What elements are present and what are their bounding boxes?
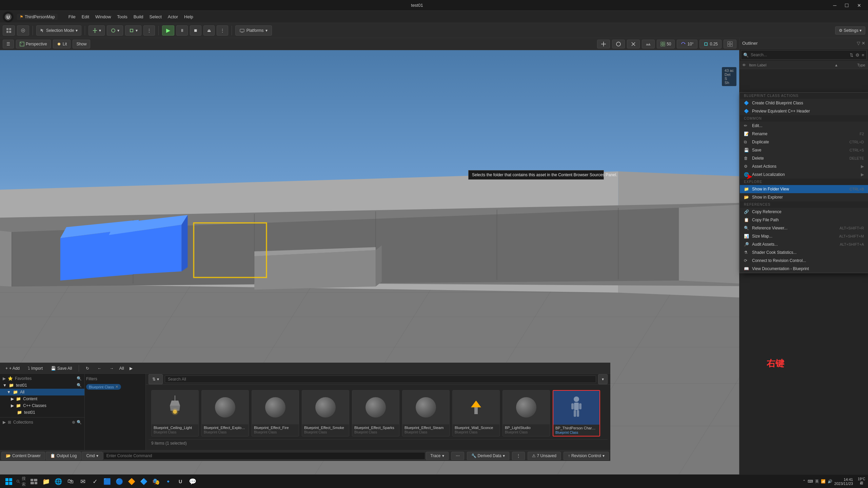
asset-item-smoke[interactable]: Blueprint_Effect_Smoke Blueprint Class [302, 390, 349, 436]
outliner-more-icon[interactable]: ≡ [862, 53, 864, 58]
asset-item-ceiling-light[interactable]: Blueprint_Ceiling_Light Blueprint Class [151, 390, 199, 436]
tray-lang-icon[interactable]: 英 [815, 479, 819, 484]
menu-tools[interactable]: Tools [114, 14, 130, 20]
tray-volume-icon[interactable]: 🔊 [828, 479, 832, 484]
output-log-tab[interactable]: 📋 Output Log [46, 452, 81, 460]
asset-item-fire[interactable]: Blueprint_Effect_Fire Blueprint Class [252, 390, 299, 436]
ctx-preview-cpp[interactable]: 🔷 Preview Equivalent C++ Header [740, 107, 868, 115]
add-collection-icon[interactable]: ⊕ [72, 420, 75, 425]
taskbar-task-view[interactable] [28, 476, 39, 487]
taskbar-app4[interactable]: 🔷 [138, 476, 149, 487]
platforms-button[interactable]: Platforms ▾ [235, 25, 272, 36]
test01-sub-item[interactable]: 📁 test01 [0, 409, 84, 416]
settings-button[interactable]: ⚙ Settings ▾ [835, 26, 865, 35]
taskbar-app5[interactable]: 🎭 [151, 476, 161, 487]
transform-rotate-button[interactable]: ▾ [107, 25, 123, 36]
ctx-save[interactable]: 💾 Save CTRL+S [740, 146, 868, 154]
ctx-copy-reference[interactable]: 🔗 Copy Reference [740, 208, 868, 216]
maximize-button[interactable]: ☐ [842, 2, 852, 9]
taskbar-ue5[interactable]: U [175, 476, 186, 487]
taskbar-app7[interactable]: 💬 [187, 476, 198, 487]
viewport-rotate-tool[interactable] [612, 40, 625, 48]
asset-item-light-studio[interactable]: BP_LightStudio Blueprint Class [502, 390, 550, 436]
favorites-section[interactable]: ▶ ⭐ Favorites 🔍 [0, 375, 84, 382]
add-button[interactable]: + + Add [3, 365, 22, 371]
save-all-button[interactable]: 💾 Save All [48, 365, 75, 371]
asset-item-explosion[interactable]: Blueprint_Effect_Explosion Blueprint Cla… [201, 390, 249, 436]
menu-help[interactable]: Help [181, 14, 196, 20]
menu-file[interactable]: File [66, 14, 78, 20]
unsaved-button[interactable]: ⚠ 7 Unsaved [528, 452, 561, 460]
blueprint-class-filter[interactable]: Blueprint Class ✕ [86, 384, 121, 390]
taskbar-mail[interactable]: ✉ [77, 476, 88, 487]
layout-more-button[interactable]: ⋮ [512, 452, 525, 460]
outliner-settings-icon[interactable]: ⚙ [855, 53, 860, 58]
asset-search-input[interactable] [165, 375, 596, 383]
project-search-icon[interactable]: 🔍 [77, 383, 82, 388]
show-button[interactable]: Show [73, 40, 90, 48]
viewport-menu-button[interactable]: ☰ [3, 40, 14, 48]
back-button[interactable]: ← [95, 365, 104, 371]
ctx-edit[interactable]: ✏ Edit... [740, 122, 868, 130]
content-item[interactable]: ▶ 📁 Content [0, 395, 84, 402]
path-expand-button[interactable]: ▶ [127, 365, 135, 371]
grid-snap-button[interactable]: 50 [657, 40, 675, 48]
ctx-asset-localization[interactable]: 🌐 Asset Localization ▶ [740, 170, 868, 179]
stop-button[interactable]: ⏹ [190, 25, 201, 36]
pause-button[interactable]: ⏸ [176, 25, 188, 36]
play-more-button[interactable]: ⋮ [217, 25, 228, 36]
trace-more-button[interactable]: ⋯ [451, 452, 464, 460]
sort-button[interactable]: ⇅ ▾ [149, 374, 163, 384]
remove-filter-icon[interactable]: ✕ [115, 385, 118, 389]
forward-button[interactable]: → [107, 365, 116, 371]
rotation-snap-button[interactable]: 10° [677, 40, 697, 48]
revision-control-button[interactable]: ↑ Revision Control ▾ [564, 452, 609, 460]
outliner-search-input[interactable] [751, 53, 848, 57]
taskbar-explorer[interactable]: 📁 [41, 476, 52, 487]
ctx-shader-cook[interactable]: ⚗ Shader Cook Statistics... [740, 248, 868, 257]
ctx-reference-viewer[interactable]: 🔍 Reference Viewer... ALT+SHIFT+R [740, 224, 868, 232]
import-button[interactable]: ⤵ Import [25, 365, 45, 371]
ue-logo[interactable]: U [3, 12, 14, 22]
menu-build[interactable]: Build [131, 14, 146, 20]
ctx-create-child[interactable]: 🔷 Create Child Blueprint Class [740, 99, 868, 107]
scale-snap-button[interactable]: 0.25 [699, 40, 722, 48]
ctx-audit-assets[interactable]: 🔎 Audit Assets... ALT+SHIFT+A [740, 240, 868, 248]
taskbar-app1[interactable]: 🟦 [102, 476, 113, 487]
menu-edit[interactable]: Edit [79, 14, 92, 20]
camera-button[interactable] [17, 25, 29, 36]
ctx-duplicate[interactable]: ⧉ Duplicate CTRL+D [740, 138, 868, 146]
ctx-show-explorer[interactable]: 📂 Show in Explorer [740, 193, 868, 201]
ctx-asset-actions[interactable]: ⚙ Asset Actions ▶ [740, 162, 868, 170]
refresh-button[interactable]: ↻ [83, 365, 92, 371]
viewport-surface-snapping[interactable] [642, 40, 655, 48]
minimize-button[interactable]: ─ [830, 2, 840, 9]
asset-item-third-person-character[interactable]: BP_ThirdPerson Character Blueprint Class [553, 390, 600, 436]
menu-select[interactable]: Select [147, 14, 164, 20]
selection-mode-button[interactable]: Selection Mode ▾ [36, 25, 81, 36]
taskbar-todo[interactable]: ✓ [90, 476, 100, 487]
close-button[interactable]: ✕ [854, 2, 864, 9]
close-outliner-icon[interactable]: ✕ [862, 41, 865, 46]
search-dropdown-button[interactable]: ▾ [598, 374, 608, 384]
taskbar-search-area[interactable]: 搜索 [16, 476, 27, 487]
outliner-sort-icon[interactable]: ⇅ [850, 53, 853, 58]
content-drawer-tab[interactable]: 📂 Content Drawer [1, 452, 45, 460]
ctx-size-map[interactable]: 📊 Size Map... ALT+SHIFT+M [740, 232, 868, 240]
ctx-delete[interactable]: 🗑 Delete DELETE [740, 154, 868, 162]
viewport-scale-tool[interactable] [627, 40, 640, 48]
favorites-search-icon[interactable]: 🔍 [77, 376, 82, 381]
asset-item-steam[interactable]: Blueprint_Effect_Steam Blueprint Class [402, 390, 450, 436]
search-collections-icon[interactable]: 🔍 [77, 420, 82, 425]
asset-item-wall-sconce[interactable]: Blueprint_Wall_Sconce Blueprint Class [452, 390, 500, 436]
ctx-view-documentation[interactable]: 📖 View Documentation - Blueprint [740, 265, 868, 273]
collections-section[interactable]: ▶ ⊞ Collections ⊕ 🔍 [0, 419, 84, 426]
ctx-connect-revision[interactable]: ⟳ Connect to Revision Control... [740, 257, 868, 265]
tray-wifi-icon[interactable]: 📶 [821, 479, 826, 484]
console-input[interactable] [103, 452, 426, 460]
transform-scale-button[interactable]: ▾ [125, 25, 141, 36]
viewport-move-tool[interactable] [597, 40, 610, 48]
windows-start-button[interactable] [3, 475, 15, 488]
transform-translate-button[interactable]: ▾ [88, 25, 105, 36]
tray-upward-icon[interactable]: ⌃ [803, 479, 806, 484]
